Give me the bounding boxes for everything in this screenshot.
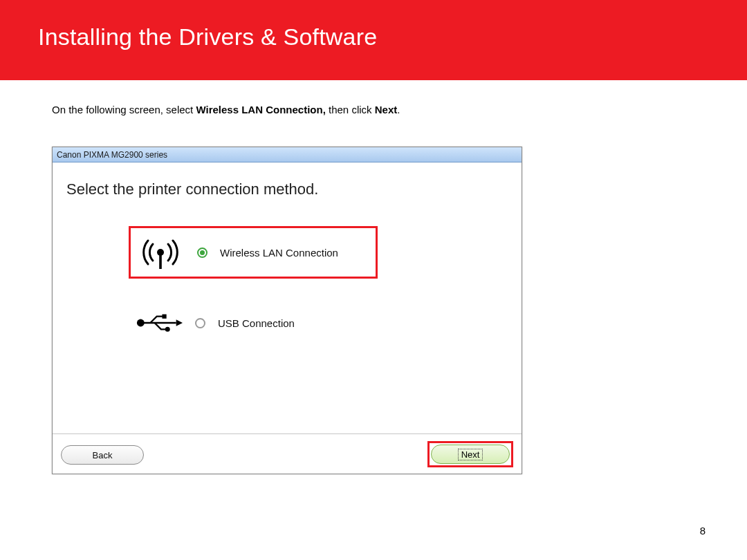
radio-usb[interactable] — [195, 318, 205, 328]
instruction-text: On the following screen, select Wireless… — [52, 104, 400, 115]
next-button-highlight: Next — [427, 441, 513, 467]
installer-window: Canon PIXMA MG2900 series Select the pri… — [52, 147, 522, 474]
next-button-label: Next — [458, 449, 483, 460]
slide: Installing the Drivers & Software On the… — [0, 0, 747, 560]
option-wireless-label: Wireless LAN Connection — [220, 247, 338, 259]
option-usb-label: USB Connection — [218, 317, 295, 329]
svg-rect-1 — [159, 252, 162, 269]
option-usb[interactable]: USB Connection — [129, 306, 378, 339]
back-button[interactable]: Back — [61, 445, 144, 465]
option-wireless[interactable]: Wireless LAN Connection — [129, 226, 378, 279]
button-bar: Back Next — [53, 433, 522, 474]
header-band: Installing the Drivers & Software — [0, 0, 747, 80]
window-body: Select the printer connection method. — [53, 162, 522, 474]
svg-marker-4 — [176, 319, 183, 326]
page-number: 8 — [700, 525, 706, 536]
wifi-icon — [136, 232, 185, 272]
svg-rect-5 — [162, 315, 166, 319]
usb-icon — [134, 310, 183, 335]
instruction-pre: On the following screen, select — [52, 104, 196, 115]
window-titlebar: Canon PIXMA MG2900 series — [53, 147, 522, 162]
next-button[interactable]: Next — [431, 445, 510, 464]
svg-point-2 — [137, 319, 145, 327]
instruction-post: . — [397, 104, 400, 115]
instruction-bold-next: Next — [375, 104, 398, 115]
instruction-mid: then click — [329, 104, 375, 115]
back-button-label: Back — [93, 450, 113, 460]
page-title: Installing the Drivers & Software — [38, 24, 377, 50]
instruction-bold-wifi: Wireless LAN Connection, — [196, 104, 329, 115]
svg-point-6 — [165, 327, 170, 332]
radio-wireless[interactable] — [197, 248, 208, 258]
window-prompt: Select the printer connection method. — [66, 180, 508, 198]
